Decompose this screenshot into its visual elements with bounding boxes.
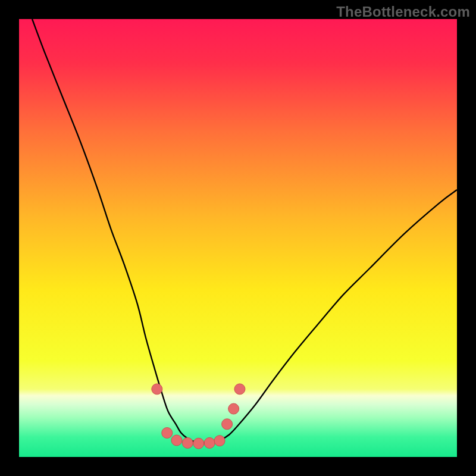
- marker-point: [214, 436, 225, 446]
- marker-point: [152, 384, 162, 394]
- plot-area: [19, 19, 457, 457]
- curve-markers: [152, 384, 245, 449]
- curve-path: [32, 19, 457, 443]
- marker-point: [193, 438, 204, 449]
- marker-point: [222, 419, 233, 430]
- marker-point: [204, 437, 215, 448]
- chart-frame: TheBottleneck.com: [0, 0, 476, 476]
- marker-point: [234, 384, 245, 394]
- marker-point: [182, 437, 193, 448]
- marker-point: [228, 403, 239, 414]
- marker-point: [171, 435, 182, 446]
- marker-point: [162, 428, 173, 439]
- bottleneck-curve: [19, 19, 457, 457]
- watermark-text: TheBottleneck.com: [336, 4, 470, 20]
